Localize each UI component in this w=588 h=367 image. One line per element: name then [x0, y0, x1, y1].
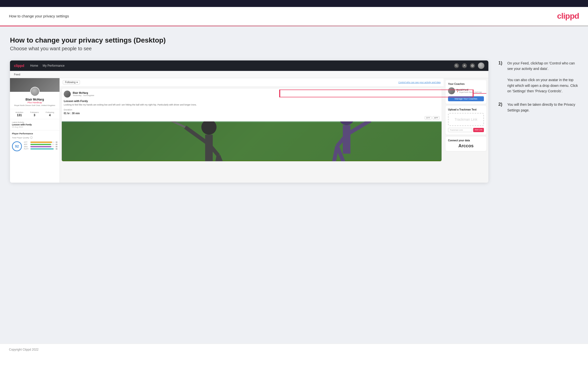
logo: clippd	[557, 11, 579, 21]
main-content: How to change your privacy settings (Des…	[0, 26, 588, 344]
location-icon: 📍	[457, 91, 459, 93]
duration-value: 01 hr : 30 min	[62, 112, 442, 116]
header: How to change your privacy settings clip…	[0, 7, 588, 26]
profile-stats: Activities 131 Followers 3 Following 4	[10, 109, 60, 119]
following-label: Following	[46, 111, 54, 113]
page-subheading: Choose what you want people to see	[10, 46, 578, 52]
top-bar	[0, 0, 588, 7]
tpq-label: Total Player Quality i	[12, 136, 58, 139]
profile-handicap: Plus Handicap	[12, 101, 57, 104]
footer: Copyright Clippd 2022	[0, 344, 588, 355]
activities-label: Activities	[15, 111, 23, 113]
coaches-widget: Your Coaches David Ford 📍 Royal North De…	[446, 80, 486, 104]
trackman-title: Upload a Trackman Test	[448, 108, 484, 111]
coach-row: David Ford 📍 Royal North Devon Golf Club	[448, 87, 484, 94]
performance-bars: OTT 90 APP 85	[24, 141, 58, 150]
instruction-number-1: 1)	[498, 60, 504, 94]
instruction-number-2: 2)	[498, 102, 504, 113]
bar-ott: OTT 90	[24, 141, 58, 143]
mock-sidebar: Blair McHarg Plus Handicap Royal North D…	[10, 78, 60, 183]
followers-value: 3	[30, 113, 39, 117]
score-circle: 92	[12, 141, 22, 151]
post-author-info: Blair McHarg Yesterday · Sunningdale	[73, 92, 94, 97]
coach-club: 📍 Royal North Devon Golf Club	[457, 91, 482, 93]
instructions-panel: 1) On your Feed, click/tap on 'Control w…	[498, 60, 578, 121]
browser-mockup: clippd Home My Performance	[10, 60, 488, 183]
content-layout: clippd Home My Performance	[10, 60, 578, 183]
mock-navbar: clippd Home My Performance	[10, 60, 488, 71]
post-description: Looking to feel like my hands are exitin…	[62, 104, 442, 108]
header-title: How to change your privacy settings	[9, 14, 69, 18]
svg-point-0	[456, 65, 457, 66]
stat-followers: Followers 3	[30, 111, 39, 117]
bar-arg: ARG 86	[24, 146, 58, 148]
trackman-widget: Upload a Trackman Test Trackman Link Tra…	[446, 106, 486, 135]
latest-activity: Lesson with Fordy	[12, 123, 58, 126]
svg-rect-7	[62, 160, 442, 161]
profile-avatar	[30, 87, 40, 96]
bar-putt: PUTT 96	[24, 148, 58, 150]
manage-coaches-button[interactable]: Manage Your Coaches	[448, 96, 484, 101]
mock-body-wrapper: Blair McHarg Plus Handicap Royal North D…	[10, 78, 488, 183]
svg-line-1	[457, 66, 458, 67]
post-card: Blair McHarg Yesterday · Sunningdale Les…	[62, 89, 442, 161]
bar-app: APP 85	[24, 144, 58, 145]
person-icon[interactable]	[462, 63, 467, 68]
following-value: 4	[46, 113, 54, 117]
latest-label: Latest Activity	[12, 121, 58, 123]
tag-app: APP	[433, 116, 440, 119]
post-header: Blair McHarg Yesterday · Sunningdale	[62, 89, 442, 100]
following-button[interactable]: Following ▾	[63, 80, 80, 84]
player-performance-section: Player Performance Total Player Quality …	[10, 130, 60, 153]
svg-rect-8	[62, 122, 442, 160]
tag-ott: OTT	[425, 116, 432, 119]
avatar-image	[31, 87, 39, 96]
privacy-link[interactable]: Control who can see your activity and da…	[398, 81, 441, 84]
coach-name: David Ford	[457, 89, 482, 91]
coach-info: David Ford 📍 Royal North Devon Golf Club	[457, 89, 482, 93]
user-avatar-icon[interactable]	[478, 62, 484, 69]
trackman-placeholder: Trackman Link	[451, 117, 481, 121]
connect-title: Connect your data	[448, 139, 484, 142]
mock-right-panel: Your Coaches David Ford 📍 Royal North De…	[444, 78, 488, 183]
performance-title: Player Performance	[12, 132, 58, 135]
mock-nav-home[interactable]: Home	[30, 64, 38, 67]
post-tags: OTT APP	[62, 116, 442, 121]
profile-banner	[10, 78, 60, 92]
chevron-down-icon: ▾	[76, 81, 78, 84]
mock-nav-icons	[454, 62, 484, 69]
center-header: Following ▾ Control who can see your act…	[60, 78, 444, 87]
stat-activities: Activities 131	[15, 111, 23, 117]
post-image	[62, 121, 442, 161]
followers-label: Followers	[30, 111, 39, 113]
instruction-1: 1) On your Feed, click/tap on 'Control w…	[498, 60, 578, 94]
instruction-text-2: You will then be taken directly to the P…	[507, 102, 578, 113]
post-title: Lesson with Fordy	[62, 100, 442, 104]
arccos-brand: Arccos	[448, 143, 484, 149]
activities-value: 131	[15, 113, 23, 117]
globe-icon[interactable]	[470, 63, 475, 68]
instruction-text-1: On your Feed, click/tap on 'Control who …	[507, 60, 578, 94]
add-link-button[interactable]: Add Link	[473, 128, 484, 132]
info-icon: i	[30, 136, 33, 139]
post-avatar	[64, 91, 71, 98]
post-location: Yesterday · Sunningdale	[73, 94, 94, 97]
search-icon[interactable]	[454, 63, 459, 68]
connect-widget: Connect your data Arccos	[446, 137, 486, 151]
copyright-text: Copyright Clippd 2022	[9, 348, 39, 351]
profile-club: Royal North Devon Golf Club, United King…	[12, 104, 57, 106]
latest-date: 03 Aug 2022	[12, 126, 58, 128]
duration-label: Duration	[62, 108, 442, 112]
trackman-input-row: Trackman Link Add Link	[448, 128, 484, 132]
instruction-2: 2) You will then be taken directly to th…	[498, 102, 578, 113]
mock-body: Blair McHarg Plus Handicap Royal North D…	[10, 78, 488, 183]
coach-avatar	[448, 87, 455, 94]
trackman-link-input[interactable]: Trackman Link	[448, 128, 472, 132]
coaches-title: Your Coaches	[448, 83, 484, 85]
post-author-name: Blair McHarg	[73, 92, 94, 94]
mock-center-feed: Following ▾ Control who can see your act…	[60, 78, 444, 183]
latest-activity-section: Latest Activity Lesson with Fordy 03 Aug…	[10, 119, 60, 130]
mock-nav-performance[interactable]: My Performance	[43, 64, 65, 67]
feed-tab: Feed	[10, 71, 488, 78]
trackman-link-area: Trackman Link	[448, 113, 484, 126]
